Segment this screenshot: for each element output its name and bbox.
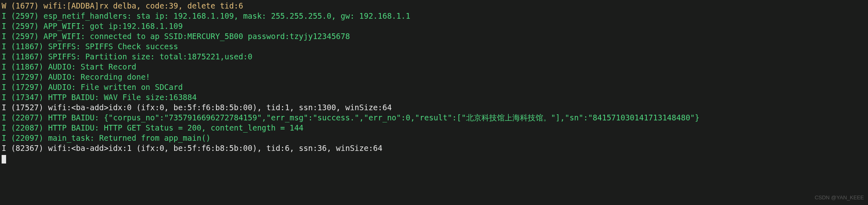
log-line: I (11867) SPIFFS: SPIFFS Check success: [2, 41, 866, 52]
watermark-text: CSDN @YAN_KEEE: [815, 192, 864, 203]
log-line: W (1677) wifi:[ADDBA]rx delba, code:39, …: [2, 1, 866, 11]
log-line: I (11867) SPIFFS: Partition size: total:…: [2, 52, 866, 62]
log-line: I (22087) HTTP BAIDU: HTTP GET Status = …: [2, 123, 866, 133]
log-line: I (2597) APP_WIFI: got ip:192.168.1.109: [2, 21, 866, 31]
terminal-cursor: [2, 155, 6, 164]
log-line: I (17297) AUDIO: Recording done!: [2, 72, 866, 82]
log-line: I (11867) AUDIO: Start Record: [2, 62, 866, 72]
log-line: I (2597) esp_netif_handlers: sta ip: 192…: [2, 11, 866, 21]
log-line: I (2597) APP_WIFI: connected to ap SSID:…: [2, 31, 866, 41]
log-line: I (22097) main_task: Returned from app_m…: [2, 133, 866, 143]
terminal-log-output[interactable]: W (1677) wifi:[ADDBA]rx delba, code:39, …: [0, 0, 868, 154]
log-line: I (17347) HTTP BAIDU: WAV File size:1638…: [2, 92, 866, 102]
log-line: I (82367) wifi:<ba-add>idx:1 (ifx:0, be:…: [2, 143, 866, 153]
log-line: I (22077) HTTP BAIDU: {"corpus_no":"7357…: [2, 113, 866, 123]
log-line: I (17527) wifi:<ba-add>idx:0 (ifx:0, be:…: [2, 102, 866, 113]
log-line: I (17297) AUDIO: File written on SDCard: [2, 82, 866, 92]
